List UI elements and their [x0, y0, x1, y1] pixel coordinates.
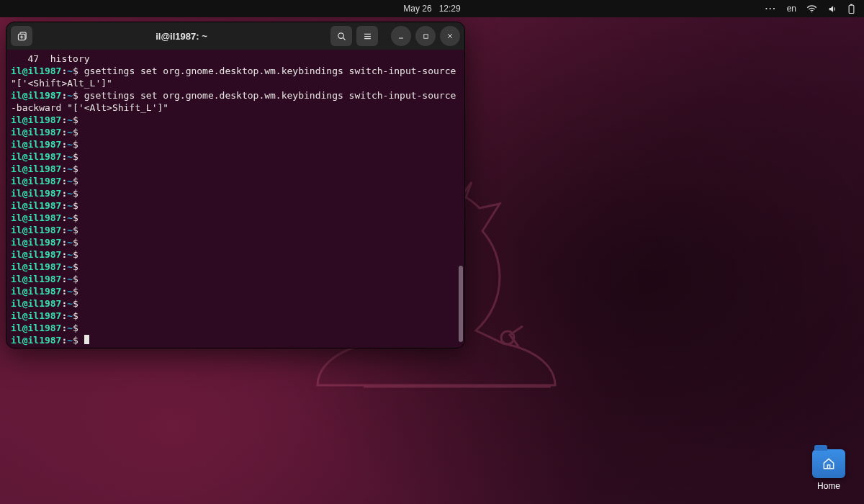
window-title: il@il1987: ~ — [37, 31, 326, 42]
svg-rect-6 — [423, 34, 428, 38]
folder-icon — [812, 449, 845, 478]
minimize-button[interactable] — [391, 26, 411, 46]
volume-icon[interactable] — [827, 4, 837, 14]
clock-area[interactable]: May 26 12:29 — [403, 4, 460, 14]
terminal-line: il@il1987:~$ — [11, 248, 460, 261]
terminal-line: il@il1987:~$ — [11, 285, 460, 297]
terminal-line: il@il1987:~$ — [11, 224, 460, 236]
panel-date: May 26 — [403, 4, 431, 14]
terminal-line: il@il1987:~$ — [11, 297, 460, 310]
desktop-icon-label: Home — [817, 481, 840, 491]
terminal-line: il@il1987:~$ gsettings set org.gnome.des… — [11, 89, 460, 114]
terminal-line: 47 history — [11, 53, 460, 65]
terminal-cursor — [84, 335, 89, 344]
terminal-line: il@il1987:~$ — [11, 138, 460, 150]
terminal-line: il@il1987:~$ — [11, 261, 460, 273]
terminal-line: il@il1987:~$ — [11, 114, 460, 126]
terminal-line: il@il1987:~$ — [11, 310, 460, 322]
terminal-titlebar[interactable]: il@il1987: ~ — [6, 22, 464, 50]
power-icon[interactable] — [847, 4, 855, 14]
terminal-line: il@il1987:~$ — [11, 187, 460, 199]
terminal-line: il@il1987:~$ — [11, 175, 460, 187]
terminal-body[interactable]: 47 historyil@il1987:~$ gsettings set org… — [6, 50, 464, 348]
svg-rect-1 — [849, 5, 854, 13]
terminal-line: il@il1987:~$ — [11, 150, 460, 163]
close-button[interactable] — [440, 26, 460, 46]
new-tab-button[interactable] — [11, 26, 32, 46]
terminal-line: il@il1987:~$ — [11, 334, 460, 346]
top-panel: May 26 12:29 ··· en — [0, 0, 864, 17]
maximize-button[interactable] — [415, 26, 436, 46]
svg-point-0 — [811, 12, 812, 12]
hamburger-menu-button[interactable] — [356, 26, 378, 46]
terminal-line: il@il1987:~$ — [11, 199, 460, 212]
terminal-line: il@il1987:~$ — [11, 236, 460, 248]
terminal-line: il@il1987:~$ — [11, 322, 460, 334]
desktop-icon-home[interactable]: Home — [812, 449, 845, 491]
panel-time: 12:29 — [439, 4, 461, 14]
terminal-line: il@il1987:~$ — [11, 273, 460, 285]
input-language-indicator[interactable]: en — [787, 4, 796, 14]
svg-point-5 — [338, 32, 343, 38]
terminal-window: il@il1987: ~ 47 historyil@il1987:~$ gset… — [6, 22, 465, 348]
search-button[interactable] — [330, 26, 352, 46]
system-tray: ··· en — [765, 4, 864, 14]
more-icon[interactable]: ··· — [765, 4, 777, 14]
terminal-line: il@il1987:~$ — [11, 163, 460, 175]
terminal-line: il@il1987:~$ gsettings set org.gnome.des… — [11, 65, 460, 89]
wifi-icon[interactable] — [806, 4, 817, 13]
terminal-line: il@il1987:~$ — [11, 212, 460, 224]
svg-rect-2 — [850, 4, 852, 5]
terminal-line: il@il1987:~$ — [11, 126, 460, 138]
terminal-scrollbar[interactable] — [459, 266, 463, 342]
